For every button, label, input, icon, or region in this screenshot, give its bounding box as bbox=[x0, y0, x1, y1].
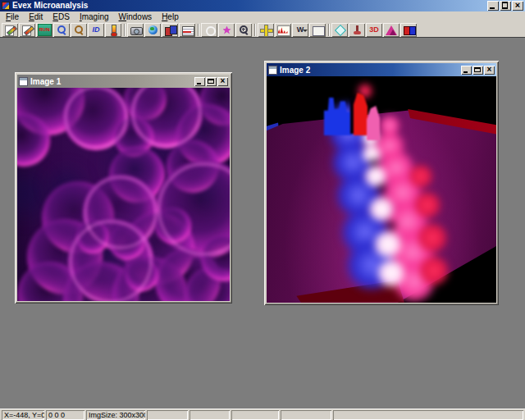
sem-anaglyph-image bbox=[17, 88, 230, 301]
globe-button[interactable] bbox=[144, 23, 161, 37]
app-titlebar[interactable]: Evex Microanalysis × bbox=[0, 0, 525, 11]
id-icon: ID bbox=[89, 24, 103, 36]
mdi-workspace: Image 1 × Image 2 × bbox=[0, 38, 525, 409]
menu-windows[interactable]: Windows bbox=[114, 11, 158, 22]
status-panel-2: ImgSize: 300x300 bbox=[86, 410, 145, 420]
anaglyph-icon bbox=[402, 24, 416, 36]
surface-peaks bbox=[267, 76, 496, 303]
diamond-tool-button[interactable] bbox=[331, 23, 348, 37]
circle-icon bbox=[203, 24, 217, 36]
circle-tool-button[interactable] bbox=[201, 23, 217, 37]
app-icon bbox=[2, 2, 10, 10]
menu-file[interactable]: File bbox=[1, 11, 24, 22]
status-panel-4 bbox=[189, 410, 230, 420]
mountain-icon bbox=[385, 24, 399, 36]
maximize-icon bbox=[208, 79, 214, 84]
application-window: Evex Microanalysis × FileEditEDSImagingW… bbox=[0, 0, 525, 420]
camera-icon bbox=[129, 24, 143, 36]
menu-help[interactable]: Help bbox=[157, 11, 184, 22]
stain-tool-button[interactable] bbox=[218, 23, 235, 37]
table-icon bbox=[180, 24, 194, 36]
box-icon bbox=[311, 24, 325, 36]
magnifier-amber-icon bbox=[72, 24, 86, 36]
sphere-rim bbox=[84, 176, 157, 249]
surface-plot-button[interactable] bbox=[383, 23, 399, 37]
3d-text-icon: 3D bbox=[368, 24, 381, 36]
image-pair-icon bbox=[163, 24, 177, 36]
maximize-icon bbox=[474, 67, 481, 72]
image2-canvas[interactable] bbox=[267, 76, 496, 303]
image1-minimize-button[interactable] bbox=[194, 77, 205, 86]
image2-titlebar[interactable]: Image 2 × bbox=[267, 63, 496, 76]
pencil-doc-icon bbox=[3, 24, 17, 36]
status-panel-3 bbox=[147, 410, 188, 420]
close-icon: × bbox=[512, 0, 523, 11]
zoom-preview-button[interactable] bbox=[71, 23, 87, 37]
w-dropdown-icon: W bbox=[294, 24, 308, 36]
clamp-icon bbox=[350, 24, 364, 36]
surface-anaglyph-image bbox=[267, 76, 496, 303]
minimize-button[interactable] bbox=[487, 1, 499, 11]
menu-imaging[interactable]: Imaging bbox=[75, 11, 114, 22]
element-w-button[interactable]: W bbox=[292, 23, 308, 37]
crosshair-button[interactable] bbox=[258, 23, 274, 37]
annotate-red-button[interactable] bbox=[19, 23, 35, 37]
run-icon: RUN bbox=[38, 24, 52, 36]
image1-close-button[interactable]: × bbox=[217, 77, 228, 86]
status-bar: X=-448, Y=00 0 0ImgSize: 300x300 bbox=[0, 409, 525, 420]
image1-window-icon bbox=[19, 77, 28, 86]
crosshair-icon bbox=[259, 24, 273, 36]
close-button[interactable]: × bbox=[512, 1, 523, 11]
image2-maximize-button[interactable] bbox=[472, 66, 483, 75]
sphere-rim bbox=[65, 88, 127, 148]
image2-window: Image 2 × bbox=[264, 61, 499, 305]
window-controls: × bbox=[487, 1, 523, 11]
image1-window: Image 1 × bbox=[15, 72, 232, 304]
image1-window-controls: × bbox=[194, 77, 228, 86]
image1-title: Image 1 bbox=[30, 77, 61, 86]
close-icon: × bbox=[217, 75, 228, 86]
image2-window-controls: × bbox=[461, 66, 495, 75]
image1-titlebar[interactable]: Image 1 × bbox=[17, 75, 230, 88]
spectrum-button[interactable] bbox=[275, 23, 291, 37]
status-panel-6 bbox=[281, 410, 331, 420]
status-panel-0: X=-448, Y=0 bbox=[2, 410, 44, 420]
image2-title: Image 2 bbox=[280, 66, 310, 75]
image2-window-icon bbox=[268, 66, 277, 75]
stain-icon bbox=[220, 24, 234, 36]
run-button[interactable]: RUN bbox=[36, 23, 52, 37]
anaglyph-button[interactable] bbox=[400, 23, 417, 37]
region-box-button[interactable] bbox=[309, 23, 326, 37]
minimize-icon bbox=[490, 7, 495, 9]
menu-bar: FileEditEDSImagingWindowsHelp bbox=[0, 11, 525, 22]
zoom-in-button[interactable] bbox=[235, 23, 252, 37]
toolbar: RUNIDW3D bbox=[0, 22, 525, 38]
data-table-button[interactable] bbox=[179, 23, 195, 37]
minimize-icon bbox=[463, 71, 468, 73]
close-icon: × bbox=[484, 64, 495, 75]
menu-eds[interactable]: EDS bbox=[48, 11, 75, 22]
status-panel-5 bbox=[231, 410, 279, 420]
stage-tool-button[interactable] bbox=[349, 23, 365, 37]
id-button[interactable]: ID bbox=[88, 23, 104, 37]
app-title: Evex Microanalysis bbox=[12, 0, 88, 11]
image2-close-button[interactable]: × bbox=[484, 66, 495, 75]
image2-minimize-button[interactable] bbox=[461, 66, 472, 75]
annotate-button[interactable] bbox=[2, 23, 18, 37]
image-pair-button[interactable] bbox=[162, 23, 178, 37]
thermometer-button[interactable] bbox=[105, 23, 121, 37]
image1-maximize-button[interactable] bbox=[206, 77, 217, 86]
pencil-check-icon bbox=[21, 24, 34, 36]
acquire-camera-button[interactable] bbox=[127, 23, 144, 37]
surface-peak-red bbox=[354, 93, 368, 135]
menu-edit[interactable]: Edit bbox=[24, 11, 48, 22]
zoom-pan-button[interactable] bbox=[53, 23, 70, 37]
surface-peak-pink bbox=[367, 106, 380, 140]
magnifier-blue-icon bbox=[55, 24, 69, 36]
thermometer-icon bbox=[107, 24, 121, 36]
threed-button[interactable]: 3D bbox=[366, 23, 382, 37]
image1-canvas[interactable] bbox=[17, 88, 230, 301]
diamond-icon bbox=[333, 24, 347, 36]
restore-button[interactable] bbox=[500, 1, 511, 11]
magnifier-plus-icon bbox=[237, 24, 251, 36]
